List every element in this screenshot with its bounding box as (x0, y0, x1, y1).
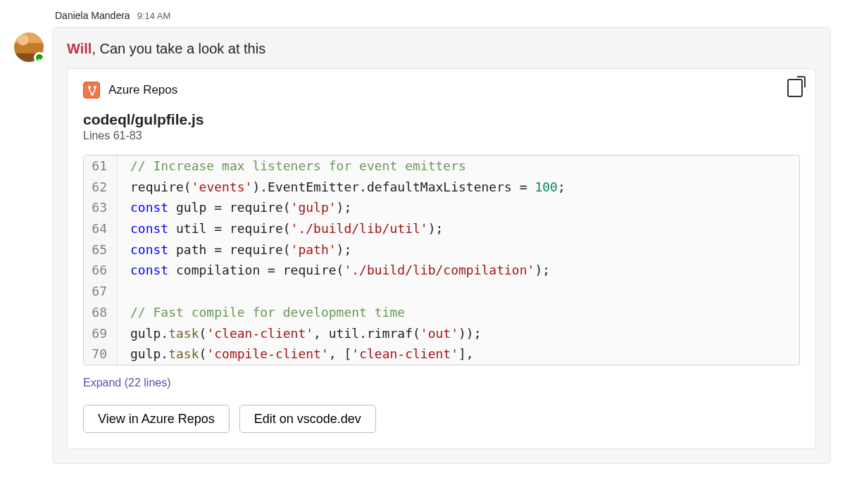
code-line: gulp.task('compile-client', ['clean-clie… (118, 344, 474, 365)
presence-available-icon (34, 52, 45, 63)
view-in-azure-repos-button[interactable]: View in Azure Repos (83, 405, 230, 433)
code-row: 62require('events').EventEmitter.default… (84, 177, 799, 198)
code-row: 67 (84, 281, 799, 302)
line-number: 61 (84, 156, 118, 177)
message-header: Daniela Mandera 9:14 AM (55, 10, 831, 21)
message-timestamp: 9:14 AM (137, 11, 171, 21)
card-header: Azure Repos (83, 82, 800, 99)
card-source-name: Azure Repos (108, 83, 177, 97)
line-number: 64 (84, 218, 118, 239)
message-text-rest: , Can you take a look at this (92, 41, 265, 56)
code-line: const gulp = require('gulp'); (118, 197, 351, 218)
code-line (118, 281, 138, 302)
avatar-wrap (14, 32, 44, 62)
file-title: codeql/gulpfile.js (83, 111, 800, 128)
code-line: // Increase max listeners for event emit… (118, 156, 466, 177)
mention[interactable]: Will (67, 41, 92, 56)
code-row: 68// Fast compile for development time (84, 302, 799, 323)
message-body: Daniela Mandera 9:14 AM Will, Can you ta… (52, 10, 831, 464)
line-number: 65 (84, 239, 118, 260)
code-row: 70gulp.task('compile-client', ['clean-cl… (84, 344, 799, 365)
sender-name[interactable]: Daniela Mandera (55, 10, 130, 21)
code-line: // Fast compile for development time (118, 302, 405, 323)
line-number: 66 (84, 260, 118, 281)
line-number: 63 (84, 197, 118, 218)
message-text: Will, Can you take a look at this (67, 39, 816, 58)
code-line: const path = require('path'); (118, 239, 351, 260)
code-row: 61// Increase max listeners for event em… (84, 156, 799, 177)
code-row: 64const util = require('./build/lib/util… (84, 218, 799, 239)
card-actions: View in Azure Repos Edit on vscode.dev (83, 405, 800, 433)
code-row: 69gulp.task('clean-client', util.rimraf(… (84, 323, 799, 344)
line-number: 62 (84, 177, 118, 198)
code-line: gulp.task('clean-client', util.rimraf('o… (118, 323, 482, 344)
code-block[interactable]: 61// Increase max listeners for event em… (83, 155, 800, 365)
code-row: 65const path = require('path'); (84, 239, 799, 260)
azure-repos-icon (83, 82, 100, 99)
lines-subtitle: Lines 61-83 (83, 130, 800, 142)
copy-icon[interactable] (787, 79, 803, 97)
line-number: 70 (84, 344, 118, 365)
code-card: Azure Repos codeql/gulpfile.js Lines 61-… (67, 68, 816, 449)
line-number: 67 (84, 281, 118, 302)
line-number: 68 (84, 302, 118, 323)
code-row: 66const compilation = require('./build/l… (84, 260, 799, 281)
code-line: const util = require('./build/lib/util')… (118, 218, 443, 239)
line-number: 69 (84, 323, 118, 344)
edit-on-vscode-dev-button[interactable]: Edit on vscode.dev (239, 405, 376, 433)
chat-message: Daniela Mandera 9:14 AM Will, Can you ta… (0, 0, 845, 464)
message-bubble: Will, Can you take a look at this Azure … (52, 27, 831, 464)
code-line: const compilation = require('./build/lib… (118, 260, 550, 281)
expand-link[interactable]: Expand (22 lines) (83, 377, 171, 389)
code-line: require('events').EventEmitter.defaultMa… (118, 177, 565, 198)
code-row: 63const gulp = require('gulp'); (84, 197, 799, 218)
